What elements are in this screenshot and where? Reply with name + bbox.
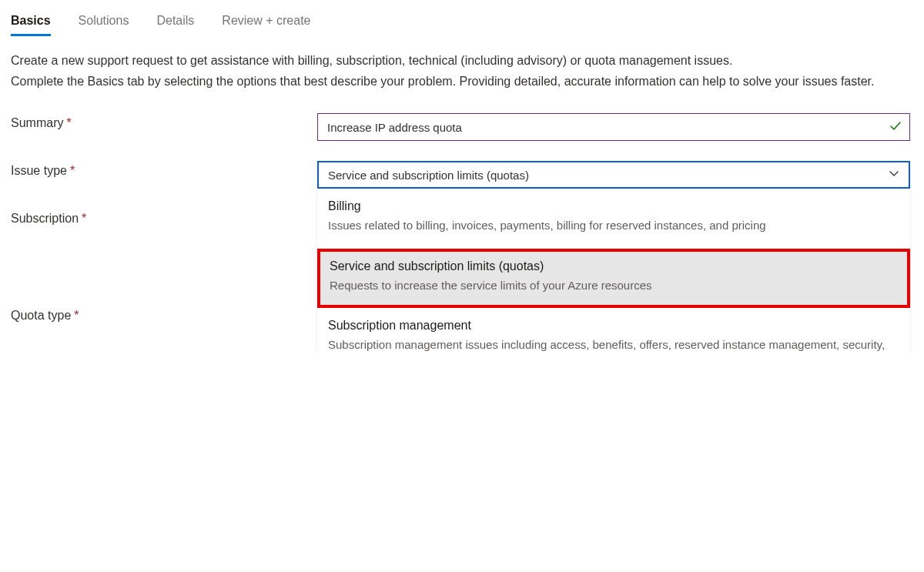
- option-title: Billing: [328, 199, 899, 213]
- option-subscription-management[interactable]: Subscription management Subscription man…: [317, 308, 910, 353]
- chevron-down-icon: [889, 169, 899, 182]
- tab-details[interactable]: Details: [156, 9, 194, 35]
- tab-review-create[interactable]: Review + create: [222, 9, 310, 35]
- quota-type-label: Quota type*: [11, 306, 317, 323]
- required-asterisk: *: [74, 309, 79, 322]
- intro-line-1: Create a new support request to get assi…: [11, 54, 732, 67]
- required-asterisk: *: [82, 212, 86, 225]
- option-desc: Issues related to billing, invoices, pay…: [328, 216, 899, 234]
- tab-solutions[interactable]: Solutions: [79, 9, 129, 35]
- issue-type-label-text: Issue type: [11, 164, 67, 177]
- quota-type-label-text: Quota type: [11, 309, 71, 322]
- issue-type-selected-value: Service and subscription limits (quotas): [328, 169, 529, 182]
- option-service-limits[interactable]: Service and subscription limits (quotas)…: [317, 249, 910, 308]
- subscription-label: Subscription*: [11, 209, 317, 226]
- issue-type-dropdown: Billing Issues related to billing, invoi…: [317, 189, 910, 352]
- intro-text: Create a new support request to get assi…: [11, 50, 912, 92]
- issue-type-select[interactable]: Service and subscription limits (quotas): [317, 161, 910, 189]
- required-asterisk: *: [70, 164, 75, 177]
- summary-input[interactable]: [317, 113, 910, 141]
- option-title: Subscription management: [328, 319, 899, 333]
- tab-basics[interactable]: Basics: [11, 9, 51, 35]
- summary-label: Summary*: [11, 113, 317, 130]
- checkmark-icon: [889, 119, 902, 135]
- subscription-label-text: Subscription: [11, 212, 79, 225]
- intro-line-2: Complete the Basics tab by selecting the…: [11, 75, 875, 88]
- option-desc: Subscription management issues including…: [328, 336, 899, 353]
- option-desc: Requests to increase the service limits …: [330, 276, 898, 294]
- option-billing[interactable]: Billing Issues related to billing, invoi…: [317, 189, 910, 248]
- tab-bar: Basics Solutions Details Review + create: [11, 9, 913, 36]
- issue-type-label: Issue type*: [11, 161, 317, 178]
- summary-label-text: Summary: [11, 116, 63, 129]
- option-title: Service and subscription limits (quotas): [330, 259, 898, 273]
- required-asterisk: *: [66, 116, 71, 129]
